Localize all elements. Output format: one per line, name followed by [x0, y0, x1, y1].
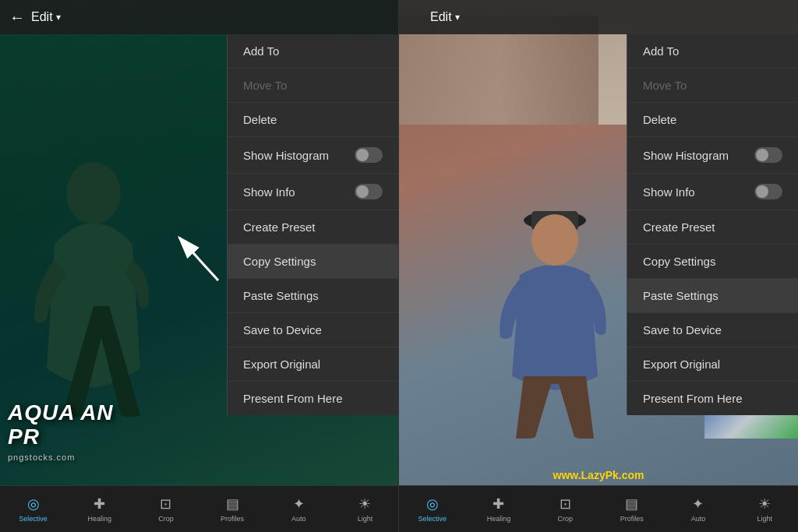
light-label-left: Light [358, 515, 373, 523]
dropdown-arrow-right[interactable]: ▾ [455, 12, 460, 23]
left-bottom-toolbar: ◎ Selective ✚ Healing ⊡ Crop ▤ Profiles … [0, 485, 398, 532]
menu-save-device-left[interactable]: Save to Device [228, 313, 398, 347]
person-silhouette-left [16, 150, 171, 439]
photo-text-overlay-left: AQUA AN PR pngstocks.com [8, 401, 114, 462]
dropdown-arrow-left[interactable]: ▾ [56, 12, 61, 23]
crop-icon-left: ⊡ [160, 495, 171, 513]
toolbar-healing-left[interactable]: ✚ Healing [66, 495, 132, 523]
menu-add-to-left[interactable]: Add To [228, 34, 398, 69]
menu-copy-settings-right[interactable]: Copy Settings [627, 245, 798, 279]
toolbar-crop-right[interactable]: ⊡ Crop [532, 495, 598, 523]
menu-export-original-left[interactable]: Export Original [228, 347, 398, 382]
toolbar-auto-left[interactable]: ✦ Auto [266, 495, 332, 523]
svg-point-0 [66, 162, 121, 224]
menu-create-preset-right[interactable]: Create Preset [627, 210, 798, 245]
show-info-toggle-right[interactable] [754, 184, 782, 199]
toolbar-crop-left[interactable]: ⊡ Crop [132, 495, 199, 523]
menu-create-preset-left[interactable]: Create Preset [228, 210, 398, 245]
toolbar-selective-right[interactable]: ◎ Selective [399, 495, 465, 523]
person-silhouette-right [477, 189, 633, 439]
healing-label-left: Healing [87, 515, 111, 523]
selective-label-right: Selective [418, 515, 447, 523]
edit-label-left: Edit [31, 10, 53, 24]
menu-present-from-here-left[interactable]: Present From Here [228, 382, 398, 415]
menu-show-info-right[interactable]: Show Info [627, 174, 798, 210]
crop-label-left: Crop [158, 515, 174, 523]
back-button-left[interactable]: ← [9, 9, 25, 26]
profiles-label-left: Profiles [221, 515, 244, 523]
light-icon-right: ☀ [758, 495, 771, 513]
light-label-right: Light [757, 515, 773, 523]
auto-icon-right: ✦ [692, 495, 704, 513]
menu-add-to-right[interactable]: Add To [627, 34, 798, 69]
svg-point-5 [531, 214, 578, 266]
profiles-icon-left: ▤ [226, 495, 239, 513]
light-icon-left: ☀ [358, 495, 371, 513]
menu-show-histogram-right[interactable]: Show Histogram [627, 137, 798, 174]
crop-icon-right: ⊡ [560, 495, 571, 513]
healing-icon-left: ✚ [94, 495, 105, 513]
menu-delete-right[interactable]: Delete [627, 103, 798, 137]
menu-copy-settings-left[interactable]: Copy Settings [228, 245, 398, 279]
right-header-bar: ← Edit ▾ [399, 0, 798, 34]
toolbar-profiles-left[interactable]: ▤ Profiles [200, 495, 266, 523]
menu-show-info-left[interactable]: Show Info [228, 174, 398, 210]
show-histogram-toggle-left[interactable] [355, 147, 383, 163]
menu-paste-settings-right[interactable]: Paste Settings [627, 279, 798, 313]
menu-export-original-right[interactable]: Export Original [627, 347, 798, 382]
crop-label-right: Crop [558, 515, 574, 523]
right-panel: ← Edit ▾ Add To Move To Delete Show Hist… [399, 0, 798, 532]
healing-label-right: Healing [487, 515, 511, 523]
toolbar-light-right[interactable]: ☀ Light [732, 495, 798, 523]
left-panel: AQUA AN PR pngstocks.com ← Edit ▾ Add To… [0, 0, 399, 532]
menu-move-to-right: Move To [627, 69, 798, 103]
show-histogram-toggle-right[interactable] [754, 147, 782, 163]
menu-paste-settings-left[interactable]: Paste Settings [228, 279, 398, 313]
toolbar-light-left[interactable]: ☀ Light [332, 495, 398, 523]
left-dropdown-menu: Add To Move To Delete Show Histogram Sho… [227, 34, 398, 415]
watermark: www.LazyPk.com [553, 469, 644, 481]
auto-icon-left: ✦ [293, 495, 305, 513]
right-bottom-toolbar: ◎ Selective ✚ Healing ⊡ Crop ▤ Profiles … [399, 485, 798, 532]
toolbar-profiles-right[interactable]: ▤ Profiles [598, 495, 665, 523]
menu-save-device-right[interactable]: Save to Device [627, 313, 798, 347]
auto-label-right: Auto [691, 515, 706, 523]
auto-label-left: Auto [291, 515, 306, 523]
menu-present-from-here-right[interactable]: Present From Here [627, 382, 798, 415]
healing-icon-right: ✚ [493, 495, 504, 513]
toolbar-healing-right[interactable]: ✚ Healing [465, 495, 531, 523]
right-dropdown-menu: Add To Move To Delete Show Histogram Sho… [627, 34, 798, 415]
selective-label-left: Selective [19, 515, 48, 523]
profiles-label-right: Profiles [620, 515, 644, 523]
edit-label-right: Edit [430, 10, 452, 24]
show-info-toggle-left[interactable] [355, 184, 383, 199]
profiles-icon-right: ▤ [625, 495, 638, 513]
left-header-bar: ← Edit ▾ [0, 0, 398, 34]
selective-icon-left: ◎ [27, 495, 40, 513]
menu-delete-left[interactable]: Delete [228, 103, 398, 137]
toolbar-auto-right[interactable]: ✦ Auto [665, 495, 731, 523]
toolbar-selective-left[interactable]: ◎ Selective [0, 495, 66, 523]
menu-show-histogram-left[interactable]: Show Histogram [228, 137, 398, 174]
selective-icon-right: ◎ [426, 495, 439, 513]
menu-move-to-left: Move To [228, 69, 398, 103]
